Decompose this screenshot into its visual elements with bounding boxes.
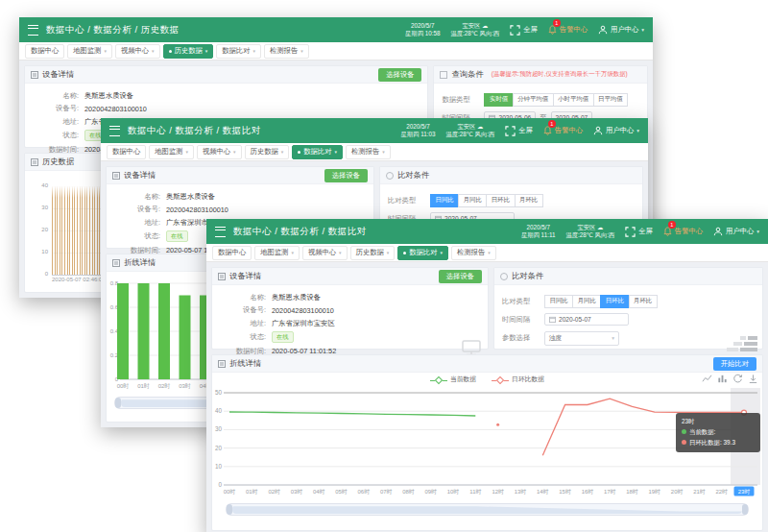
data-type-minute-avg[interactable]: 分钟平均值 <box>513 93 554 107</box>
data-type-realtime[interactable]: 实时值 <box>484 93 513 107</box>
svg-text:13时: 13时 <box>515 489 527 495</box>
hamburger-icon[interactable] <box>28 25 38 36</box>
select-device-button[interactable]: 选择设备 <box>439 270 482 283</box>
tab-data-center[interactable]: 数据中心 <box>212 246 252 260</box>
fullscreen-button[interactable]: 全屏 <box>510 25 538 36</box>
download-icon[interactable] <box>748 374 758 384</box>
tab-bar: 数据中心 地图监测▾ 视频中心▾ 历史数据▾ 数据比对▾ 检测报告▾ <box>206 244 768 262</box>
tab-video-center[interactable]: 视频中心▾ <box>115 44 160 59</box>
compare-type-month-ring[interactable]: 月环比 <box>515 194 543 207</box>
tab-data-compare[interactable]: 数据比对▾ <box>292 145 343 159</box>
tab-test-report[interactable]: 检测报告▾ <box>346 145 391 159</box>
data-type-day-avg[interactable]: 日平均值 <box>593 93 629 107</box>
compare-type-day-ring[interactable]: 日环比 <box>600 295 629 308</box>
slider-handle-left[interactable] <box>115 398 121 408</box>
alarm-badge: 1 <box>668 221 676 229</box>
datetime-display: 2020/5/7星期四 11:03 <box>401 123 436 139</box>
device-detail-panel: 设备详情选择设备 名称:奥斯恩水质设备 设备号:2020042803100010… <box>211 267 489 350</box>
cloud-icon: ☁ <box>482 22 488 29</box>
param-select[interactable]: 浊度▾ <box>544 331 619 346</box>
alarm-center-button[interactable]: 1告警中心 <box>663 227 703 236</box>
start-compare-button[interactable]: 开始比对 <box>713 357 756 371</box>
compare-type-month-yoy[interactable]: 月同比 <box>458 194 487 207</box>
legend-item-day-ring[interactable]: 日环比数据 <box>492 375 544 384</box>
line-chart-icon[interactable] <box>702 374 712 384</box>
device-address: 广东省深圳市宝安区 <box>272 319 335 328</box>
list-icon <box>112 259 120 267</box>
svg-text:04时: 04时 <box>313 489 325 495</box>
compare-type-day-ring[interactable]: 日环比 <box>486 194 515 207</box>
compare-type-day-yoy[interactable]: 日同比 <box>430 194 459 207</box>
tab-history-data[interactable]: 历史数据▾ <box>350 246 396 260</box>
compare-type-month-ring[interactable]: 月环比 <box>629 295 658 308</box>
datetime-display: 2020/5/7星期四 11:11 <box>521 224 555 240</box>
tab-map-monitor[interactable]: 地图监测▾ <box>67 44 112 59</box>
fullscreen-icon <box>510 25 520 36</box>
tab-data-center[interactable]: 数据中心 <box>25 44 64 59</box>
panel-title: 历史数据 <box>42 157 74 167</box>
tab-video-center[interactable]: 视频中心▾ <box>197 145 242 159</box>
panel-title: 设备详情 <box>42 69 74 80</box>
svg-text:40: 40 <box>215 407 223 414</box>
svg-text:18时: 18时 <box>626 489 638 495</box>
tab-data-compare[interactable]: 数据比对▾ <box>216 44 261 59</box>
tab-test-report[interactable]: 检测报告▾ <box>264 44 309 59</box>
device-name: 奥斯恩水质设备 <box>84 91 133 101</box>
panel-title: 比对条件 <box>512 271 543 281</box>
alarm-center-button[interactable]: 1告警中心 <box>548 25 588 35</box>
weather-display: 宝安区 ☁温度:28℃ 风向:西 <box>450 22 499 38</box>
compare-type-day-yoy[interactable]: 日同比 <box>544 295 573 308</box>
tab-data-compare[interactable]: 数据比对▾ <box>397 246 448 260</box>
query-notice: (温馨提示:预防超时,仅支持查询最长一千万级数据) <box>492 70 628 79</box>
legend-item-current[interactable]: 当前数据 <box>430 375 476 384</box>
restore-icon[interactable] <box>732 374 743 384</box>
tab-map-monitor[interactable]: 地图监测▾ <box>254 246 300 260</box>
svg-text:23时: 23时 <box>738 489 751 495</box>
hamburger-icon[interactable] <box>109 126 120 136</box>
circle-icon <box>500 273 508 280</box>
list-icon <box>218 360 226 368</box>
select-device-button[interactable]: 选择设备 <box>378 68 421 82</box>
breadcrumb: 数据中心 / 数据分析 / 数据比对 <box>128 125 261 137</box>
fullscreen-icon <box>625 227 636 237</box>
slider-handle-left[interactable] <box>227 504 232 515</box>
user-center-button[interactable]: 用户中心▾ <box>598 25 644 35</box>
select-device-button[interactable]: 选择设备 <box>324 169 368 182</box>
tab-history-data[interactable]: 历史数据▾ <box>163 44 214 59</box>
breadcrumb: 数据中心 / 数据分析 / 数据比对 <box>233 226 367 238</box>
user-center-button[interactable]: 用户中心▾ <box>593 126 639 135</box>
fullscreen-button[interactable]: 全屏 <box>625 227 653 237</box>
user-center-button[interactable]: 用户中心▾ <box>713 227 759 236</box>
line-detail-panel: 折线详情开始比对 当前数据 日环比数据 0102030405000时01时02时… <box>211 354 763 531</box>
tab-video-center[interactable]: 视频中心▾ <box>302 246 348 260</box>
breadcrumb: 数据中心 / 数据分析 / 历史数据 <box>46 24 180 36</box>
datetime-display: 2020/5/7星期四 10:58 <box>405 22 440 38</box>
fullscreen-button[interactable]: 全屏 <box>505 126 533 136</box>
svg-text:17时: 17时 <box>604 489 616 495</box>
tab-history-data[interactable]: 历史数据▾ <box>245 145 290 159</box>
tab-data-center[interactable]: 数据中心 <box>107 145 146 159</box>
datazoom-slider[interactable] <box>226 503 749 516</box>
tab-test-report[interactable]: 检测报告▾ <box>451 246 496 260</box>
window-data-compare-2: 数据中心 / 数据分析 / 数据比对 2020/5/7星期四 11:11 宝安区… <box>206 219 768 532</box>
legend-dot-red <box>682 440 686 445</box>
tab-bar: 数据中心 地图监测▾ 视频中心▾ 历史数据▾ 数据比对▾ 检测报告▾ <box>19 42 653 60</box>
alarm-center-button[interactable]: 1告警中心 <box>543 126 583 135</box>
svg-text:02时: 02时 <box>268 489 280 495</box>
square-icon <box>440 71 447 79</box>
svg-text:08时: 08时 <box>402 489 415 495</box>
chart-legend: 当前数据 日环比数据 <box>212 373 762 385</box>
hamburger-icon[interactable] <box>215 227 226 237</box>
date-input[interactable]: 2020-05-07 <box>544 313 629 326</box>
chart-toolbox <box>702 374 758 384</box>
user-icon <box>598 25 608 35</box>
slider-handle-right[interactable] <box>742 504 748 515</box>
svg-text:10时: 10时 <box>447 489 460 495</box>
data-type-hour-avg[interactable]: 小时平均值 <box>553 93 594 107</box>
bar-chart-icon[interactable] <box>717 374 728 384</box>
tab-map-monitor[interactable]: 地图监测▾ <box>149 145 194 159</box>
panel-title: 比对条件 <box>397 170 429 181</box>
svg-text:09时: 09时 <box>425 489 438 495</box>
compare-type-month-yoy[interactable]: 月同比 <box>572 295 601 308</box>
device-id: 2020042803100010 <box>272 306 334 315</box>
